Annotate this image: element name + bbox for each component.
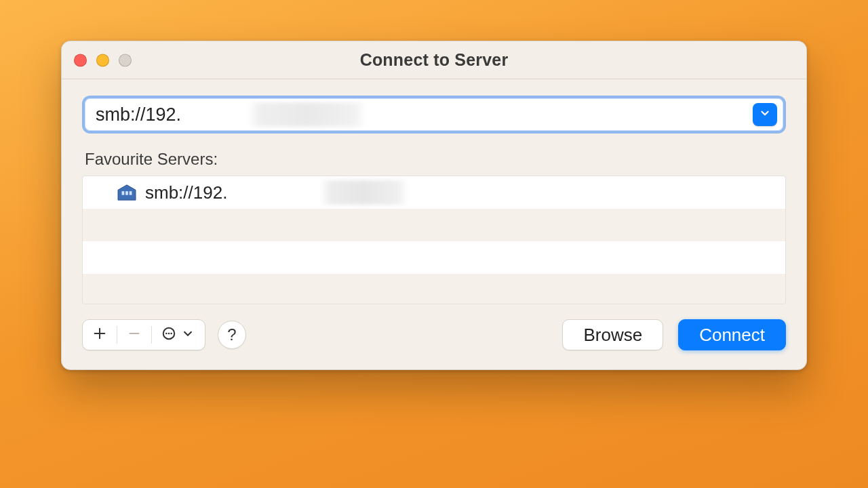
browse-button-label: Browse bbox=[583, 325, 642, 346]
chevron-down-icon bbox=[759, 107, 771, 122]
server-address-field[interactable] bbox=[82, 96, 786, 134]
help-button[interactable]: ? bbox=[218, 321, 246, 349]
svg-point-6 bbox=[170, 333, 172, 335]
chevron-down-icon bbox=[180, 326, 195, 344]
add-favourite-button[interactable] bbox=[83, 320, 117, 350]
list-item[interactable] bbox=[83, 209, 785, 241]
minimize-icon[interactable] bbox=[96, 54, 109, 66]
svg-rect-2 bbox=[130, 191, 132, 195]
more-actions-button[interactable] bbox=[152, 320, 205, 350]
svg-rect-1 bbox=[125, 191, 128, 195]
server-address-input[interactable] bbox=[96, 104, 745, 125]
traffic-lights bbox=[74, 54, 132, 66]
bottom-toolbar: ? Browse Connect bbox=[82, 319, 786, 350]
browse-button[interactable]: Browse bbox=[562, 319, 663, 350]
svg-rect-0 bbox=[122, 191, 125, 195]
help-icon: ? bbox=[227, 325, 236, 344]
titlebar: Connect to Server bbox=[62, 41, 806, 79]
list-item[interactable] bbox=[83, 274, 785, 304]
window-title: Connect to Server bbox=[360, 50, 509, 70]
list-item[interactable]: smb://192. bbox=[83, 176, 785, 209]
server-history-dropdown[interactable] bbox=[753, 103, 777, 126]
svg-point-4 bbox=[165, 333, 167, 335]
window-content: Favourite Servers: smb://192. bbox=[62, 79, 806, 369]
minus-icon bbox=[127, 326, 142, 344]
close-icon[interactable] bbox=[74, 54, 87, 66]
zoom-icon[interactable] bbox=[119, 54, 132, 66]
connect-button-label: Connect bbox=[699, 325, 765, 346]
plus-icon bbox=[92, 326, 107, 344]
ellipsis-circle-icon bbox=[161, 326, 176, 344]
favourites-actions-group bbox=[82, 319, 205, 350]
favourite-servers-label: Favourite Servers: bbox=[85, 150, 786, 169]
favourite-servers-list[interactable]: smb://192. bbox=[82, 176, 786, 304]
redaction-blur bbox=[320, 180, 408, 205]
svg-point-5 bbox=[168, 333, 170, 335]
server-icon bbox=[117, 184, 137, 201]
connect-to-server-window: Connect to Server Favourite Servers: bbox=[61, 41, 807, 370]
connect-button[interactable]: Connect bbox=[678, 319, 786, 350]
favourite-server-address: smb://192. bbox=[145, 182, 227, 203]
remove-favourite-button bbox=[117, 320, 151, 350]
list-item[interactable] bbox=[83, 241, 785, 274]
